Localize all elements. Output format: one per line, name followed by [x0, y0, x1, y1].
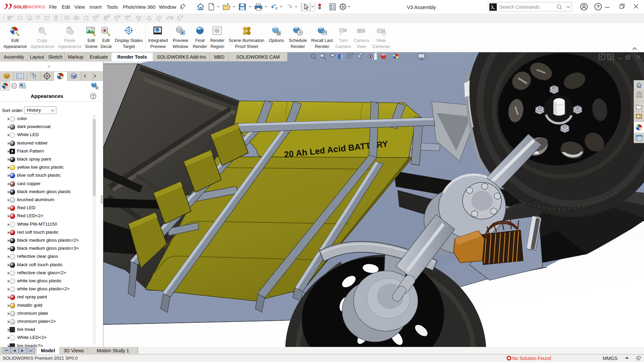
- svg-text:?: ?: [597, 4, 600, 9]
- svg-text:SOLIDWORKS: SOLIDWORKS: [13, 4, 45, 9]
- svg-text:?: ?: [92, 94, 95, 99]
